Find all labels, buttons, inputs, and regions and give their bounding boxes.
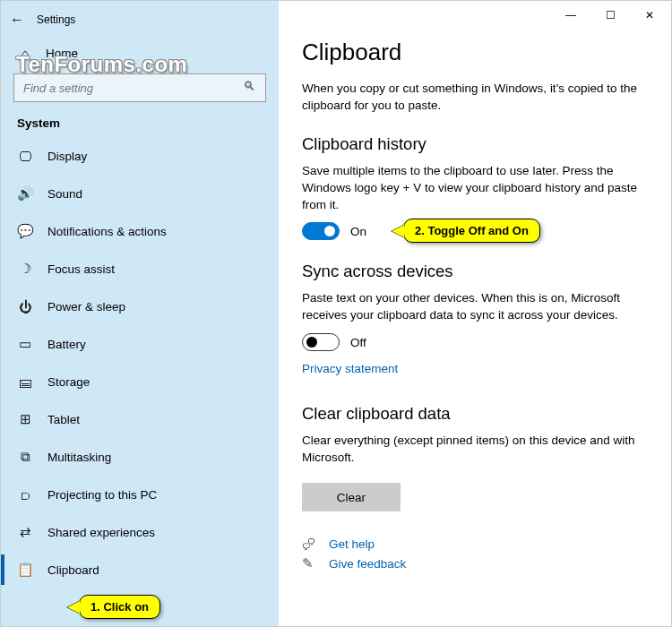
sound-icon: 🔊 bbox=[17, 185, 33, 202]
sync-toggle[interactable] bbox=[302, 333, 340, 351]
sidebar-item-projecting[interactable]: ⫐ Projecting to this PC bbox=[1, 476, 279, 513]
sync-desc: Paste text on your other devices. When t… bbox=[302, 290, 648, 324]
history-toggle-label: On bbox=[350, 225, 366, 238]
sidebar-item-label: Display bbox=[47, 150, 87, 163]
maximize-button[interactable]: ☐ bbox=[590, 3, 630, 28]
clipboard-icon: 📋 bbox=[17, 562, 33, 578]
sidebar-item-tablet[interactable]: ⊞ Tablet bbox=[1, 400, 279, 438]
window-controls: — ☐ ✕ bbox=[551, 3, 669, 28]
sidebar-item-label: Focus assist bbox=[47, 262, 115, 276]
sidebar-item-home[interactable]: ⌂ Home bbox=[1, 39, 279, 68]
sidebar-item-label: Clipboard bbox=[47, 563, 99, 577]
home-label: Home bbox=[46, 47, 78, 60]
sidebar-item-label: Battery bbox=[47, 338, 86, 351]
home-icon: ⌂ bbox=[17, 46, 33, 61]
settings-window: ← Settings ⌂ Home 🔍︎ System 🖵 Display 🔊 … bbox=[0, 0, 672, 627]
search-wrap: 🔍︎ bbox=[13, 73, 266, 102]
sidebar-item-label: Tablet bbox=[47, 413, 80, 426]
sidebar-item-clipboard[interactable]: 📋 Clipboard bbox=[1, 551, 279, 588]
shared-icon: ⇄ bbox=[17, 524, 33, 540]
content-pane: — ☐ ✕ Clipboard When you copy or cut som… bbox=[279, 1, 671, 626]
sidebar-item-focus-assist[interactable]: ☽ Focus assist bbox=[1, 250, 279, 288]
toggle-knob bbox=[324, 226, 335, 236]
callout-toggle: 2. Toggle Off and On bbox=[403, 219, 540, 243]
sidebar-item-display[interactable]: 🖵 Display bbox=[1, 137, 279, 175]
sidebar-item-storage[interactable]: 🖴 Storage bbox=[1, 363, 279, 400]
sidebar-item-sound[interactable]: 🔊 Sound bbox=[1, 175, 279, 212]
clear-heading: Clear clipboard data bbox=[302, 404, 648, 424]
callout-click-on: 1. Click on bbox=[79, 595, 160, 619]
focus-icon: ☽ bbox=[17, 261, 33, 277]
feedback-icon: ✎ bbox=[302, 555, 318, 571]
tablet-icon: ⊞ bbox=[17, 411, 33, 427]
privacy-link[interactable]: Privacy statement bbox=[302, 362, 398, 375]
projecting-icon: ⫐ bbox=[17, 487, 33, 502]
sync-toggle-row: Off bbox=[302, 333, 648, 351]
clear-desc: Clear everything (except pinned items) o… bbox=[302, 433, 648, 467]
sidebar-section-label: System bbox=[1, 111, 279, 137]
get-help-row[interactable]: 🗪 Get help bbox=[302, 537, 648, 552]
clear-button[interactable]: Clear bbox=[302, 483, 401, 511]
power-icon: ⏻ bbox=[17, 299, 33, 314]
minimize-button[interactable]: — bbox=[551, 3, 590, 28]
sidebar-item-label: Shared experiences bbox=[47, 526, 155, 539]
history-heading: Clipboard history bbox=[302, 134, 648, 154]
notifications-icon: 💬 bbox=[17, 223, 33, 239]
titlebar-left: ← Settings bbox=[1, 6, 279, 33]
toggle-knob bbox=[306, 337, 317, 348]
sidebar-item-label: Multitasking bbox=[47, 451, 111, 464]
get-help-link: Get help bbox=[329, 537, 375, 551]
sync-heading: Sync across devices bbox=[302, 262, 648, 281]
search-input[interactable] bbox=[13, 73, 266, 102]
battery-icon: ▭ bbox=[17, 336, 33, 352]
feedback-row[interactable]: ✎ Give feedback bbox=[302, 555, 648, 571]
sync-toggle-label: Off bbox=[350, 336, 366, 349]
sidebar: ← Settings ⌂ Home 🔍︎ System 🖵 Display 🔊 … bbox=[1, 1, 279, 626]
sidebar-nav-list: 🖵 Display 🔊 Sound 💬 Notifications & acti… bbox=[1, 137, 279, 626]
search-icon[interactable]: 🔍︎ bbox=[243, 79, 261, 97]
sidebar-item-label: Storage bbox=[47, 375, 90, 389]
sidebar-item-multitasking[interactable]: ⧉ Multitasking bbox=[1, 438, 279, 476]
multitasking-icon: ⧉ bbox=[17, 449, 33, 465]
sidebar-item-shared-experiences[interactable]: ⇄ Shared experiences bbox=[1, 513, 279, 551]
storage-icon: 🖴 bbox=[17, 374, 33, 390]
page-title: Clipboard bbox=[302, 39, 648, 66]
sidebar-item-notifications[interactable]: 💬 Notifications & actions bbox=[1, 212, 279, 250]
intro-text: When you copy or cut something in Window… bbox=[302, 81, 648, 115]
feedback-link: Give feedback bbox=[329, 557, 406, 571]
display-icon: 🖵 bbox=[17, 149, 33, 164]
sidebar-item-label: Projecting to this PC bbox=[47, 488, 157, 502]
help-icon: 🗪 bbox=[302, 537, 318, 552]
history-desc: Save multiple items to the clipboard to … bbox=[302, 163, 648, 214]
window-title: Settings bbox=[37, 13, 75, 26]
close-button[interactable]: ✕ bbox=[630, 3, 669, 28]
sidebar-item-label: Power & sleep bbox=[47, 300, 125, 314]
sidebar-item-label: Notifications & actions bbox=[47, 225, 167, 238]
sidebar-item-label: Sound bbox=[47, 187, 82, 201]
sidebar-item-battery[interactable]: ▭ Battery bbox=[1, 325, 279, 363]
sidebar-item-power-sleep[interactable]: ⏻ Power & sleep bbox=[1, 288, 279, 325]
back-button[interactable]: ← bbox=[1, 12, 33, 28]
history-toggle[interactable] bbox=[302, 222, 340, 240]
